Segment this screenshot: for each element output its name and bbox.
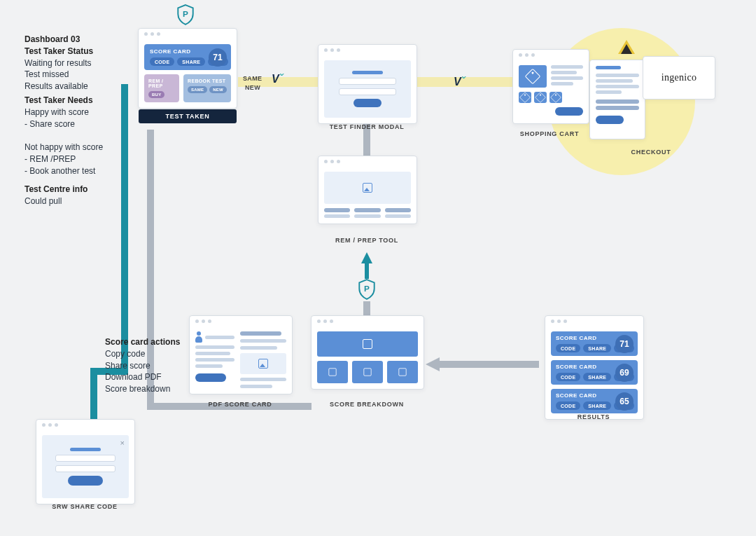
chip[interactable]: CODE xyxy=(556,344,580,352)
chip[interactable]: CODE xyxy=(556,373,580,381)
tag-icon xyxy=(550,92,561,103)
block-line: Waiting for results xyxy=(24,58,92,68)
caption-share: SRW SHARE CODE xyxy=(36,503,134,510)
block-line: - REM /PREP xyxy=(24,154,76,164)
needs-block: Test Taker Needs Happy with score - Shar… xyxy=(24,95,136,177)
caption-results: RESULTS xyxy=(545,413,643,420)
image-placeholder-icon xyxy=(398,368,406,376)
caption-test-finder: TEST FINDER MODAL xyxy=(318,123,416,130)
block-line: Copy code xyxy=(105,349,145,359)
window-chrome xyxy=(312,316,424,326)
new-label: NEW xyxy=(245,84,260,91)
image-placeholder-icon xyxy=(258,359,268,369)
block-line: Results available xyxy=(24,81,88,91)
rebook-tile[interactable]: REBOOK TEST SAME NEW xyxy=(183,74,231,102)
tile-title: REM / PREP xyxy=(148,78,175,88)
tag-icon xyxy=(535,92,546,103)
block-line: - Book another test xyxy=(24,166,95,176)
chip-buy[interactable]: BUY xyxy=(148,91,164,98)
block-title: Test Taker Needs xyxy=(24,95,93,105)
rem-prep-card xyxy=(318,156,417,224)
shield-icon: P xyxy=(358,279,376,302)
checkout-button[interactable] xyxy=(596,116,624,124)
chip[interactable]: CODE xyxy=(556,401,580,410)
tile-title: REBOOK TEST xyxy=(188,78,227,83)
image-placeholder-icon xyxy=(363,183,372,193)
image-placeholder-icon xyxy=(363,368,371,376)
svg-text:P: P xyxy=(183,9,188,18)
v-logo-icon: Vˇ xyxy=(454,76,465,88)
block-line: Share score xyxy=(105,361,150,371)
test-taken-button[interactable]: TEST TAKEN xyxy=(139,109,237,123)
caption-breakdown: SCORE BREAKDOWN xyxy=(311,401,423,408)
block-title: Test Centre info xyxy=(24,184,88,194)
score-card: SCORE CARD CODE SHARE PDF 71 xyxy=(144,44,231,70)
test-taken-card: SCORE CARD CODE SHARE PDF 71 REM / PREP … xyxy=(138,28,237,109)
triangle-logo-icon xyxy=(618,40,635,54)
score-card: SCORE CARDCODESHAREPDF69 xyxy=(551,360,638,385)
window-chrome xyxy=(545,316,643,326)
window-chrome xyxy=(513,50,589,60)
share-button[interactable] xyxy=(68,476,103,486)
shopping-cart-card xyxy=(512,49,589,124)
chip[interactable]: SHARE xyxy=(583,344,611,352)
svg-text:P: P xyxy=(364,284,370,293)
svg-marker-6 xyxy=(426,357,440,371)
centre-block: Test Centre info Could pull xyxy=(24,184,136,207)
caption-rem-prep: REM / PREP TOOL xyxy=(318,237,416,244)
score-value: 69 xyxy=(615,364,634,382)
tag-icon xyxy=(525,69,541,85)
score-value: 71 xyxy=(209,48,227,67)
chip-new[interactable]: NEW xyxy=(209,86,227,93)
block-line: Test missed xyxy=(24,69,69,79)
score-card: SCORE CARDCODESHAREPDF71 xyxy=(551,331,638,356)
svg-marker-3 xyxy=(361,252,372,263)
block-line: - Share score xyxy=(24,119,75,129)
results-card: SCORE CARDCODESHAREPDF71SCORE CARDCODESH… xyxy=(545,315,644,420)
window-chrome xyxy=(139,29,237,39)
chip-share[interactable]: SHARE xyxy=(177,57,205,66)
block-line: Score breakdown xyxy=(105,384,170,394)
caption-shopping-cart: SHOPPING CART xyxy=(504,130,595,137)
ingenico-panel: ingenico xyxy=(643,56,715,99)
shield-icon: P xyxy=(176,4,195,27)
person-icon xyxy=(195,331,202,343)
block-subtitle: Test Taker Status xyxy=(24,46,93,56)
window-chrome xyxy=(318,45,416,55)
chip[interactable]: SHARE xyxy=(583,401,611,410)
v-logo-icon: Vˇ xyxy=(272,73,283,85)
score-card: SCORE CARDCODESHAREPDF65 xyxy=(551,389,638,413)
score-value: 71 xyxy=(615,335,634,353)
score-value: 65 xyxy=(615,392,634,411)
caption-pdf: PDF SCORE CARD xyxy=(189,401,291,408)
actions-block: Score card actions Copy code Share score… xyxy=(105,336,203,395)
diagram-stage: Dashboard 03 Test Taker Status Waiting f… xyxy=(0,0,756,536)
image-placeholder-icon xyxy=(363,339,372,349)
pdf-score-card xyxy=(189,315,293,394)
score-breakdown-card xyxy=(311,315,424,390)
image-placeholder-icon xyxy=(328,368,336,376)
chip-same[interactable]: SAME xyxy=(188,86,207,93)
window-chrome xyxy=(190,316,292,326)
caption-checkout: CHECKOUT xyxy=(609,149,693,156)
same-label: SAME xyxy=(243,75,262,82)
pdf-button[interactable] xyxy=(195,373,226,382)
status-block: Dashboard 03 Test Taker Status Waiting f… xyxy=(24,34,130,92)
close-icon[interactable]: × xyxy=(120,439,125,447)
cart-button[interactable] xyxy=(555,107,583,116)
chip-code[interactable]: CODE xyxy=(150,57,174,66)
score-card-halves: REM / PREP BUY REBOOK TEST SAME NEW xyxy=(144,74,231,102)
share-code-card: × xyxy=(36,419,135,504)
chip[interactable]: SHARE xyxy=(583,373,611,381)
block-line: Happy with score xyxy=(24,107,89,117)
rem-prep-tile[interactable]: REM / PREP BUY xyxy=(144,74,179,102)
tag-icon xyxy=(519,92,531,103)
block-line: Download PDF xyxy=(105,372,162,382)
block-title: Dashboard 03 xyxy=(24,34,80,44)
window-chrome xyxy=(318,156,416,166)
window-chrome xyxy=(36,420,134,430)
ingenico-logo: ingenico xyxy=(662,72,696,83)
block-title: Score card actions xyxy=(105,337,180,347)
checkout-receipt xyxy=(589,60,645,139)
test-finder-card xyxy=(318,44,417,124)
